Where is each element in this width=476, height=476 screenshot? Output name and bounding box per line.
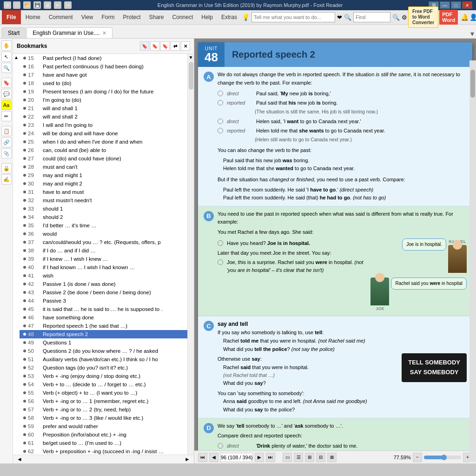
list-item[interactable]: 18 used to (do) [20,79,187,87]
lock-tool[interactable]: 🔒 [1,163,12,173]
radio-a2[interactable] [218,100,223,106]
grid-btn[interactable]: ⊟ [316,453,325,462]
scroll-left-btn[interactable]: ◄ [17,456,22,463]
zoom-handle[interactable] [441,455,447,460]
list-item[interactable]: 20 I'm going to (do) [20,96,187,104]
save-icon[interactable]: 💾 [33,1,41,9]
tab-share[interactable]: Share [145,12,168,22]
list-item[interactable]: 54 Verb + to … (decide to … / forget to … [20,380,187,389]
nav-first-btn[interactable]: ⏮ [198,453,207,462]
find-search-icon[interactable]: 🔍 [392,14,400,21]
layout-btn[interactable]: ⊠ [327,453,337,462]
comment-tool[interactable]: 💬 [1,89,12,99]
list-item[interactable]: 57 Verb + -ing or to … 2 (try, need, hel… [20,405,187,414]
list-item[interactable]: 30 may and might 2 [20,179,187,188]
tab-arrow-down[interactable]: ▾ [470,29,474,38]
list-item[interactable]: 39 if I knew … I wish I knew … [20,255,187,263]
list-item[interactable]: 16 Past perfect continuous (I had been d… [20,62,187,71]
list-item[interactable]: 23 I will and I'm going to [20,121,187,129]
radio-b1[interactable] [218,240,223,246]
list-item[interactable]: 43 Passive 2 (be done / been done / bein… [20,288,187,297]
tell-me-search[interactable] [251,12,335,22]
bookmark-tool[interactable]: 🔖 [1,78,12,88]
list-item[interactable]: 19 Present tenses (I am doing / I do) fo… [20,87,187,96]
settings-icon[interactable]: ⚙ [402,14,407,21]
zoom-slider[interactable] [424,456,461,459]
open-icon[interactable]: 📂 [23,1,31,9]
list-item[interactable]: 32 must mustn't needn't [20,196,187,205]
list-item[interactable]: 33 should 1 [20,205,187,213]
tab-document[interactable]: English Grammar in Use.... ✕ [26,27,112,38]
tab-protect[interactable]: Protect [119,12,145,22]
list-item[interactable]: 24 will be doing and will have done [20,129,187,138]
list-item[interactable]: 28 must and can't [20,163,187,171]
list-item[interactable]: 17 have and have got [20,71,187,79]
list-item[interactable]: 47 Reported speech 1 (he said that …) [20,322,187,330]
list-item[interactable]: 46 have something done [20,313,187,322]
radio-a1[interactable] [218,91,223,96]
find-input[interactable] [353,12,390,22]
list-item[interactable]: 21 will and shall 1 [20,104,187,112]
attach-tool[interactable]: 📎 [1,148,12,159]
nav-last-btn[interactable]: ⏭ [266,453,275,462]
close-btn[interactable]: ✕ [462,1,472,9]
user-icon[interactable]: 👤 [469,13,476,21]
list-item[interactable]: 52 Question tags (do you? isn't it? etc.… [20,364,187,372]
list-item[interactable]: 31 have to and must [20,188,187,196]
list-item[interactable]: 25 when I do and when I've done if and w… [20,138,187,146]
nav-prev-btn[interactable]: ◀ [209,453,218,462]
list-item-active[interactable]: 48 Reported speech 2 [20,330,187,338]
list-item[interactable]: 26 can, could and (be) able to [20,146,187,154]
list-item[interactable]: 29 may and might 1 [20,171,187,179]
free-pdf-button[interactable]: Free PDF to Word Converter [408,7,438,28]
list-item[interactable]: 40 if I had known … I wish I had known … [20,263,187,271]
single-page-btn[interactable]: ▭ [283,453,292,462]
radio-d1[interactable] [218,443,223,449]
list-item[interactable]: 36 would [20,230,187,238]
scroll-right-btn[interactable]: ► [185,456,190,463]
tab-home[interactable]: Home [22,12,44,22]
collapse-icon[interactable]: ✕ [181,41,190,51]
list-item[interactable]: 27 could (do) and could have (done) [20,154,187,163]
list-item[interactable]: 37 can/could/would you … ? etc. (Request… [20,238,187,246]
list-item[interactable]: 41 wish [20,271,187,280]
list-item[interactable]: 38 if I do … and if I did … [20,246,187,255]
maximize-btn[interactable]: □ [451,1,461,9]
print-icon[interactable]: 🖨 [44,1,51,9]
minimize-btn[interactable]: — [440,1,450,9]
scroll-thumb[interactable] [189,62,193,90]
hand-tool[interactable]: ✋ [1,40,12,51]
tab-form[interactable]: Form [98,12,119,22]
tab-close-icon[interactable]: ✕ [102,30,106,36]
list-item[interactable]: 34 should 2 [20,213,187,221]
file-menu[interactable]: File [2,10,21,24]
tab-extras[interactable]: Extras [218,12,241,22]
list-item[interactable]: 58 Verb + -ing or to … 3 (like / would l… [20,414,187,422]
list-item[interactable]: 51 Auxiliary verbs (have/do/can etc.) I … [20,355,187,364]
list-item[interactable]: 22 will and shall 2 [20,112,187,121]
link-tool[interactable]: 🔗 [1,137,12,147]
list-item[interactable]: 49 Questions 1 [20,338,187,347]
scroll-up-btn[interactable]: ▲ [14,55,19,60]
list-item[interactable]: 53 Verb + -ing (enjoy doing / stop doing… [20,372,187,380]
list-item[interactable]: 50 Questions 2 (do you know where … ? / … [20,347,187,355]
bookmark-icon-2[interactable]: 🔖 [150,41,159,51]
radio-b2[interactable] [218,259,223,265]
right-scroll-thumb[interactable] [470,70,475,98]
list-item[interactable]: 44 Passive 3 [20,297,187,305]
zoom-tool[interactable]: 🔍 [1,63,12,73]
radio-a3[interactable] [218,119,223,124]
notification-icon[interactable]: 🔔 [461,13,469,21]
tab-help[interactable]: Help [198,12,217,22]
facing-btn[interactable]: ⊞ [305,453,314,462]
nav-next-btn[interactable]: ▶ [255,453,264,462]
list-item[interactable]: 42 Passive 1 (is done / was done) [20,280,187,288]
list-item[interactable]: 60 Preposition (in/for/about etc.) + -in… [20,430,187,439]
zoom-out-btn[interactable]: − [413,453,422,462]
expand-icon[interactable]: ⇄ [171,41,180,51]
list-item[interactable]: 56 Verb + -ing or to … 1 (remember, regr… [20,397,187,405]
highlight-tool[interactable]: Aa [1,100,12,110]
continuous-btn[interactable]: ☰ [294,453,303,462]
page-input[interactable] [220,453,253,462]
scroll-down-btn[interactable]: ▼ [189,55,193,60]
